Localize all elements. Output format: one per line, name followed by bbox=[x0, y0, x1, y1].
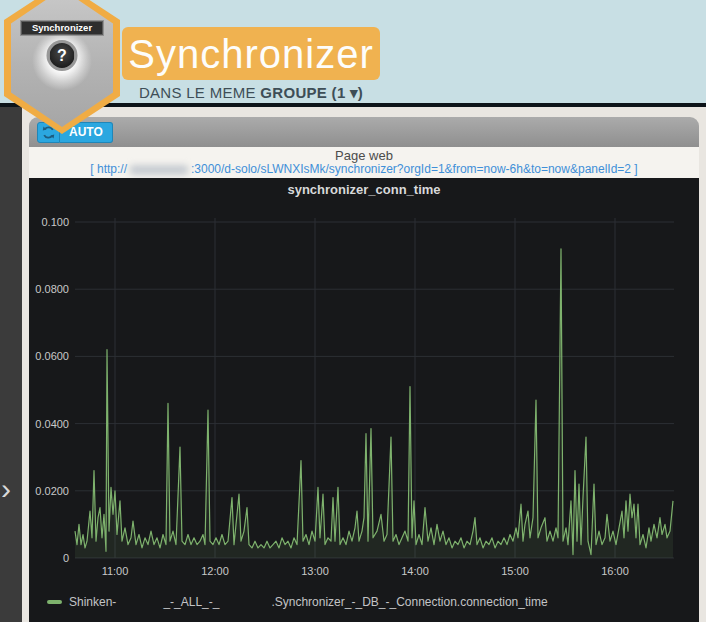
svg-text:0.0800: 0.0800 bbox=[35, 283, 69, 295]
svg-text:0: 0 bbox=[63, 552, 69, 564]
page-title-block: Synchronizer bbox=[122, 27, 380, 80]
svg-text:13:00: 13:00 bbox=[301, 565, 329, 577]
page-title: Synchronizer bbox=[128, 34, 373, 74]
legend-segment-1: Shinken- bbox=[69, 595, 116, 609]
svg-text:0.0600: 0.0600 bbox=[35, 350, 69, 362]
url-prefix: [ http:// bbox=[90, 162, 127, 176]
timeseries-plot[interactable]: 00.02000.04000.06000.08000.10011:0012:00… bbox=[29, 178, 699, 593]
legend-swatch[interactable] bbox=[47, 600, 62, 604]
svg-text:0.0200: 0.0200 bbox=[35, 485, 69, 497]
chart-legend: Shinken- _-_ALL_-_ .Synchronizer_-_DB_-_… bbox=[47, 595, 548, 609]
svg-text:16:00: 16:00 bbox=[601, 565, 629, 577]
webpage-widget-panel: AUTO Page web [ http://:3000/d-solo/sLWN… bbox=[29, 117, 699, 622]
widget-header: AUTO bbox=[29, 117, 699, 147]
svg-text:synchronizer_conn_time: synchronizer_conn_time bbox=[287, 182, 440, 197]
page-right-margin bbox=[699, 117, 706, 622]
legend-segment-2: _-_ALL_-_ bbox=[163, 595, 219, 609]
legend-segment-3: .Synchronizer_-_DB_-_Connection.connecti… bbox=[271, 595, 547, 609]
grafana-url-link[interactable]: [ http://:3000/d-solo/sLWNXIsMk/synchron… bbox=[29, 162, 699, 176]
svg-text:0.0400: 0.0400 bbox=[35, 418, 69, 430]
pageweb-bar: Page web [ http://:3000/d-solo/sLWNXIsMk… bbox=[29, 147, 699, 178]
svg-text:11:00: 11:00 bbox=[102, 565, 129, 577]
svg-text:15:00: 15:00 bbox=[501, 565, 529, 577]
hex-badge-label: Synchronizer bbox=[20, 20, 104, 36]
group-subtitle-prefix: DANS LE MEME bbox=[139, 84, 256, 101]
grafana-chart: 00.02000.04000.06000.08000.10011:0012:00… bbox=[29, 178, 699, 622]
redacted-host bbox=[130, 165, 188, 175]
group-subtitle[interactable]: DANS LE MEME GROUPE (1 ▾) bbox=[122, 84, 380, 102]
url-suffix: :3000/d-solo/sLWNXIsMk/synchronizer?orgI… bbox=[191, 162, 638, 176]
svg-text:0.100: 0.100 bbox=[41, 216, 69, 228]
collapsed-sidebar bbox=[0, 107, 22, 622]
expand-sidebar-chevron-icon[interactable]: › bbox=[1, 474, 11, 504]
pageweb-label: Page web bbox=[29, 149, 699, 162]
svg-text:14:00: 14:00 bbox=[401, 565, 429, 577]
group-dropdown[interactable]: GROUPE (1 ▾) bbox=[260, 84, 363, 101]
help-icon[interactable]: ? bbox=[47, 40, 78, 71]
synchronizer-hex-badge[interactable]: Synchronizer ? bbox=[4, 0, 120, 134]
svg-text:12:00: 12:00 bbox=[201, 565, 229, 577]
